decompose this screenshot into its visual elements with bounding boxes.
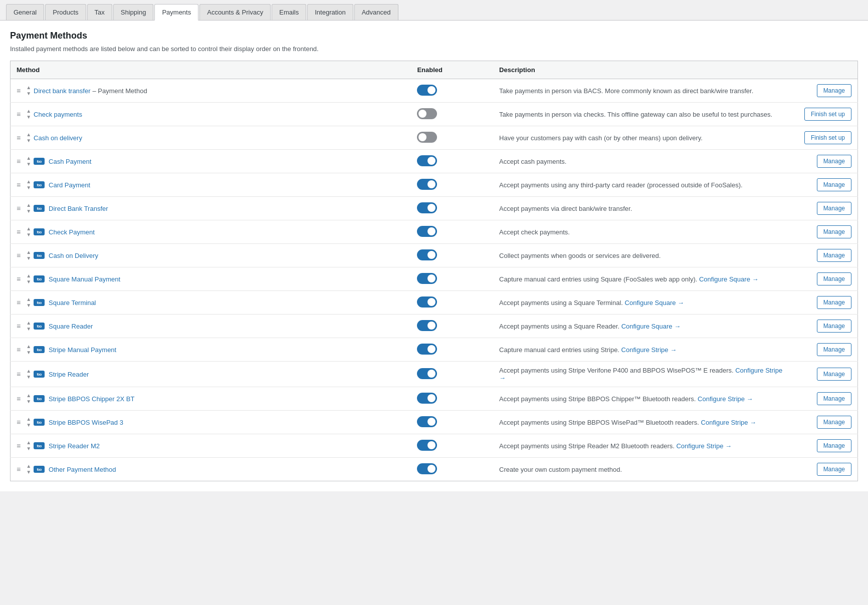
enable-toggle[interactable] [417,296,437,308]
sort-up-arrow[interactable]: ▲ [26,320,32,326]
sort-down-arrow[interactable]: ▼ [26,422,32,428]
tab-shipping[interactable]: Shipping [113,4,154,20]
sort-down-arrow[interactable]: ▼ [26,161,32,167]
configure-link[interactable]: Configure Square → [625,299,685,307]
sort-up-arrow[interactable]: ▲ [26,463,32,469]
sort-up-arrow[interactable]: ▲ [26,155,32,161]
sort-up-arrow[interactable]: ▲ [26,85,32,91]
sort-down-arrow[interactable]: ▼ [26,446,32,452]
enable-toggle[interactable] [417,393,437,404]
sort-down-arrow[interactable]: ▼ [26,279,32,285]
drag-handle-icon[interactable]: ≡ [17,228,21,236]
configure-link[interactable]: Configure Stripe → [676,442,732,450]
sort-up-arrow[interactable]: ▲ [26,249,32,255]
sort-down-arrow[interactable]: ▼ [26,469,32,475]
drag-handle-icon[interactable]: ≡ [17,298,21,307]
drag-handle-icon[interactable]: ≡ [17,275,21,283]
configure-link[interactable]: Configure Stripe → [621,346,677,354]
sort-down-arrow[interactable]: ▼ [26,185,32,191]
tab-payments[interactable]: Payments [154,4,198,21]
sort-up-arrow[interactable]: ▲ [26,416,32,422]
enable-toggle[interactable] [417,132,437,143]
payment-method-name[interactable]: Square Manual Payment [49,275,120,283]
configure-link[interactable]: Configure Stripe → [499,367,782,382]
sort-up-arrow[interactable]: ▲ [26,273,32,279]
manage-button[interactable]: Manage [817,368,851,381]
enable-toggle[interactable] [417,155,437,166]
payment-method-name[interactable]: Square Terminal [49,299,96,307]
enable-toggle[interactable] [417,320,437,331]
manage-button[interactable]: Manage [817,320,851,333]
sort-down-arrow[interactable]: ▼ [26,326,32,332]
drag-handle-icon[interactable]: ≡ [17,370,21,378]
drag-handle-icon[interactable]: ≡ [17,251,21,259]
payment-method-name[interactable]: Direct Bank Transfer [49,205,108,212]
enable-toggle[interactable] [417,416,437,427]
tab-accounts-privacy[interactable]: Accounts & Privacy [199,4,271,20]
manage-button[interactable]: Manage [817,439,851,452]
drag-handle-icon[interactable]: ≡ [17,204,21,212]
enable-toggle[interactable] [417,440,437,451]
sort-down-arrow[interactable]: ▼ [26,374,32,380]
enable-toggle[interactable] [417,226,437,237]
manage-button[interactable]: Manage [817,178,851,191]
enable-toggle[interactable] [417,463,437,474]
sort-down-arrow[interactable]: ▼ [26,302,32,309]
manage-button[interactable]: Manage [817,463,851,476]
drag-handle-icon[interactable]: ≡ [17,465,21,473]
drag-handle-icon[interactable]: ≡ [17,181,21,189]
enable-toggle[interactable] [417,273,437,284]
tab-integration[interactable]: Integration [307,4,353,20]
sort-up-arrow[interactable]: ▲ [26,179,32,185]
payment-method-name[interactable]: Check Payment [49,228,95,236]
enable-toggle[interactable] [417,179,437,190]
drag-handle-icon[interactable]: ≡ [17,322,21,330]
tab-advanced[interactable]: Advanced [354,4,398,20]
payment-method-name[interactable]: Cash on delivery [34,134,82,142]
manage-button[interactable]: Manage [817,343,851,356]
drag-handle-icon[interactable]: ≡ [17,395,21,403]
tab-products[interactable]: Products [45,4,86,20]
sort-up-arrow[interactable]: ▲ [26,393,32,399]
enable-toggle[interactable] [417,249,437,260]
manage-button[interactable]: Manage [817,392,851,405]
tab-tax[interactable]: Tax [87,4,112,20]
drag-handle-icon[interactable]: ≡ [17,134,21,142]
sort-up-arrow[interactable]: ▲ [26,368,32,374]
configure-link[interactable]: Configure Stripe → [701,419,757,426]
drag-handle-icon[interactable]: ≡ [17,87,21,95]
payment-method-name[interactable]: Square Reader [49,323,93,330]
sort-up-arrow[interactable]: ▲ [26,344,32,350]
sort-up-arrow[interactable]: ▲ [26,296,32,302]
configure-link[interactable]: Configure Stripe → [698,395,753,403]
manage-button[interactable]: Manage [817,84,851,97]
payment-method-name[interactable]: Cash Payment [49,158,91,165]
sort-up-arrow[interactable]: ▲ [26,226,32,232]
payment-method-name[interactable]: Stripe Reader M2 [49,442,100,450]
sort-down-arrow[interactable]: ▼ [26,232,32,238]
enable-toggle[interactable] [417,344,437,355]
finish-setup-button[interactable]: Finish set up [804,108,851,121]
payment-method-name[interactable]: Check payments [34,111,82,118]
manage-button[interactable]: Manage [817,296,851,309]
drag-handle-icon[interactable]: ≡ [17,418,21,426]
manage-button[interactable]: Manage [817,416,851,429]
sort-down-arrow[interactable]: ▼ [26,114,32,120]
enable-toggle[interactable] [417,108,437,119]
sort-down-arrow[interactable]: ▼ [26,138,32,144]
sort-up-arrow[interactable]: ▲ [26,202,32,208]
drag-handle-icon[interactable]: ≡ [17,157,21,165]
configure-link[interactable]: Configure Square → [699,275,759,283]
enable-toggle[interactable] [417,368,437,379]
finish-setup-button[interactable]: Finish set up [804,131,851,144]
tab-general[interactable]: General [6,4,44,20]
sort-down-arrow[interactable]: ▼ [26,255,32,261]
manage-button[interactable]: Manage [817,202,851,215]
manage-button[interactable]: Manage [817,272,851,285]
sort-down-arrow[interactable]: ▼ [26,350,32,356]
payment-method-name[interactable]: Stripe Reader [49,371,89,378]
manage-button[interactable]: Manage [817,249,851,262]
enable-toggle[interactable] [417,85,437,96]
manage-button[interactable]: Manage [817,225,851,238]
sort-down-arrow[interactable]: ▼ [26,91,32,97]
